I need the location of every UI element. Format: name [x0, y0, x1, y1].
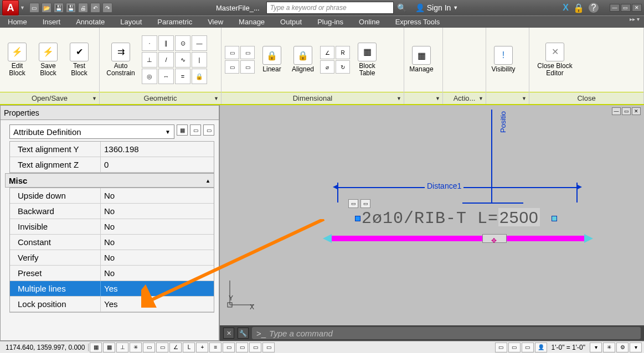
- prop-row[interactable]: InvisibleNo: [10, 219, 214, 235]
- prop-row[interactable]: VerifyNo: [10, 250, 214, 266]
- dimension-label[interactable]: Distance1: [425, 181, 463, 190]
- maximize-button[interactable]: ▭: [621, 4, 631, 12]
- radius-icon[interactable]: R: [336, 46, 350, 59]
- prop-row[interactable]: BackwardNo: [10, 204, 214, 219]
- osnap-icon[interactable]: ▭: [143, 342, 155, 352]
- text-tool-1-icon[interactable]: ▭: [348, 199, 358, 208]
- exchange-icon[interactable]: X: [563, 3, 569, 13]
- binoculars-icon[interactable]: 🔍: [397, 3, 406, 12]
- search-input[interactable]: Type a keyword or phrase: [266, 2, 394, 14]
- aligned-button[interactable]: 🔒Aligned: [289, 46, 317, 73]
- sc-icon[interactable]: ▭: [249, 342, 261, 352]
- manage-button[interactable]: ▦Manage: [408, 46, 435, 73]
- ortho-icon[interactable]: ⊥: [116, 342, 128, 352]
- tray-icon[interactable]: ▾: [630, 342, 642, 352]
- auto-constrain-button[interactable]: ⇉Auto Constrain: [103, 43, 138, 77]
- dyn-icon[interactable]: +: [196, 342, 208, 352]
- close-button[interactable]: ✕: [632, 4, 642, 12]
- cmd-close-icon[interactable]: ✕: [223, 328, 234, 339]
- tab-layout[interactable]: Layout: [112, 16, 150, 28]
- polar-icon[interactable]: ✳: [130, 342, 142, 352]
- attribute-text[interactable]: 2ø10/RIB-T L=2500: [354, 208, 558, 228]
- linear-button[interactable]: 🔒Linear: [258, 46, 286, 73]
- drawing-canvas[interactable]: — ▭ ✕ Positio Distance1 2ø10/RIB-T L=250…: [219, 105, 644, 341]
- ribbon-overflow-icon[interactable]: ▸▸ ▾: [625, 16, 644, 28]
- layout-icon[interactable]: ▭: [508, 342, 521, 352]
- tab-output[interactable]: Output: [272, 16, 310, 28]
- command-input[interactable]: >_Type a command: [252, 327, 641, 339]
- undo-icon[interactable]: ↶: [90, 3, 100, 13]
- lwt-icon[interactable]: ≡: [209, 342, 221, 352]
- stretch-arrow-right[interactable]: [584, 234, 593, 243]
- vertical-icon[interactable]: |: [192, 52, 207, 68]
- perpendicular-icon[interactable]: ⊥: [142, 52, 157, 68]
- save-icon[interactable]: 💾: [54, 3, 64, 13]
- move-icon[interactable]: ✥: [491, 237, 497, 245]
- coordinates-readout[interactable]: 1174.640, 1359.997, 0.000: [2, 344, 89, 351]
- prop-row[interactable]: PresetNo: [10, 266, 214, 281]
- dim-show-icon[interactable]: ▭: [225, 46, 239, 59]
- prop-row[interactable]: Upside downNo: [10, 188, 214, 204]
- smooth-icon[interactable]: ∿: [175, 52, 190, 68]
- fix-icon[interactable]: 🔒: [192, 69, 207, 84]
- canvas-close-icon[interactable]: ✕: [632, 107, 641, 115]
- properties-header[interactable]: Properties: [1, 106, 219, 120]
- prop-row[interactable]: ConstantNo: [10, 235, 214, 250]
- text-grip-2[interactable]: [552, 216, 557, 221]
- tab-online[interactable]: Online: [351, 16, 388, 28]
- minimize-button[interactable]: —: [610, 4, 620, 12]
- tangent-icon[interactable]: ⊙: [175, 35, 190, 51]
- qv-icon[interactable]: ▭: [522, 342, 534, 352]
- selectobjects-icon[interactable]: ▭: [190, 124, 201, 136]
- app-menu-arrow[interactable]: ▼: [20, 5, 25, 11]
- diameter-icon[interactable]: ⌀: [320, 60, 334, 74]
- ws-icon[interactable]: ⚙: [616, 342, 628, 352]
- tab-insert[interactable]: Insert: [35, 16, 69, 28]
- section-misc[interactable]: Misc: [5, 173, 214, 188]
- close-block-editor-button[interactable]: ✕Close Block Editor: [533, 43, 577, 77]
- annoscale-icon[interactable]: ▾: [590, 342, 602, 352]
- dim-hide-icon[interactable]: ▭: [240, 46, 255, 59]
- snap-icon[interactable]: ▦: [90, 342, 102, 352]
- convert-icon[interactable]: ↻: [336, 60, 350, 74]
- text-grip[interactable]: [355, 216, 360, 221]
- qp-icon[interactable]: ▭: [236, 342, 248, 352]
- redo-icon[interactable]: ↷: [102, 3, 112, 13]
- tab-parametric[interactable]: Parametric: [150, 16, 200, 28]
- prop-row[interactable]: Text alignment Y1360.198: [10, 142, 214, 157]
- symmetric-icon[interactable]: ↔: [158, 69, 174, 84]
- tab-home[interactable]: Home: [0, 16, 35, 28]
- colinear-icon[interactable]: /: [158, 52, 174, 68]
- signin-button[interactable]: 👤 Sign In ▼: [415, 3, 458, 12]
- text-tool-2-icon[interactable]: ▭: [360, 199, 370, 208]
- tab-annotate[interactable]: Annotate: [68, 16, 112, 28]
- quickselect-icon[interactable]: ▦: [177, 124, 188, 136]
- edit-block-button[interactable]: ⚡Edit Block: [3, 43, 31, 77]
- prop-row[interactable]: Lock positionYes: [10, 297, 214, 312]
- help-icon[interactable]: ?: [589, 3, 599, 13]
- person-status-icon[interactable]: 👤: [535, 342, 547, 352]
- annovis-icon[interactable]: ✳: [603, 342, 615, 352]
- prop-row[interactable]: Text alignment Z0: [10, 157, 214, 173]
- model-icon[interactable]: ▭: [495, 342, 507, 352]
- angular-icon[interactable]: ∠: [320, 46, 334, 59]
- canvas-max-icon[interactable]: ▭: [622, 107, 631, 115]
- save-block-button[interactable]: ⚡Save Block: [34, 43, 62, 77]
- stretch-arrow-left[interactable]: [323, 234, 332, 243]
- dim-showall-icon[interactable]: ▭: [225, 60, 239, 74]
- coincident-icon[interactable]: ·: [142, 35, 157, 51]
- prop-row[interactable]: Multiple linesYes: [10, 281, 214, 297]
- open-icon[interactable]: 📂: [42, 3, 51, 13]
- rebar-line[interactable]: [331, 236, 585, 241]
- dim-hideall-icon[interactable]: ▭: [240, 60, 255, 74]
- object-type-combo[interactable]: Attribute Definition: [9, 124, 174, 139]
- cmd-tools-icon[interactable]: 🔧: [238, 328, 249, 339]
- am-icon[interactable]: ▭: [262, 342, 275, 352]
- ducs-icon[interactable]: L: [183, 342, 195, 352]
- concentric-icon[interactable]: ◎: [142, 69, 157, 84]
- block-table-button[interactable]: ▦Block Table: [353, 43, 381, 77]
- lock-icon[interactable]: 🔒: [573, 3, 584, 13]
- pickadd-icon[interactable]: ▭: [203, 124, 214, 136]
- canvas-min-icon[interactable]: —: [612, 107, 621, 115]
- tab-manage[interactable]: Manage: [231, 16, 272, 28]
